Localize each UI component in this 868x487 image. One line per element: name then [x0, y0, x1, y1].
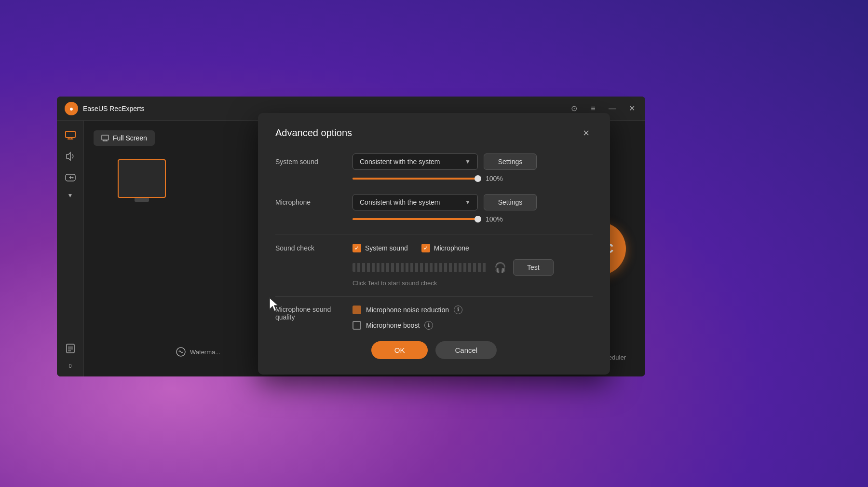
microphone-slider-track — [353, 218, 478, 220]
system-sound-dropdown[interactable]: Consistent with the system ▼ — [353, 153, 478, 170]
section-divider-2 — [275, 296, 593, 297]
system-sound-checkbox-label: System sound — [365, 244, 408, 252]
system-sound-checkbox-icon: ✓ — [353, 244, 361, 252]
microphone-settings-button[interactable]: Settings — [484, 194, 537, 210]
section-divider-1 — [275, 235, 593, 235]
system-sound-settings-button[interactable]: Settings — [484, 153, 537, 170]
test-button[interactable]: Test — [513, 259, 554, 276]
microphone-boost-checkbox-icon — [353, 321, 361, 330]
microphone-dropdown-arrow: ▼ — [465, 199, 471, 206]
system-sound-dropdown-value: Consistent with the system — [360, 158, 440, 166]
noise-reduction-option[interactable]: Microphone noise reduction ℹ — [353, 306, 462, 314]
dialog-overlay: Advanced options ✕ System sound Consiste… — [0, 0, 868, 487]
quality-row: Microphone sound quality Microphone nois… — [275, 306, 593, 330]
microphone-controls: Consistent with the system ▼ Settings — [353, 194, 593, 210]
headphone-icon: 🎧 — [494, 262, 506, 273]
ok-button[interactable]: OK — [371, 341, 428, 359]
microphone-dropdown[interactable]: Consistent with the system ▼ — [353, 194, 478, 210]
dialog-header: Advanced options ✕ — [275, 126, 593, 140]
microphone-boost-label: Microphone boost — [366, 321, 420, 329]
microphone-slider[interactable] — [353, 218, 478, 220]
system-sound-slider-track — [353, 178, 478, 180]
dialog-close-button[interactable]: ✕ — [579, 126, 593, 140]
microphone-boost-info-icon[interactable]: ℹ — [424, 321, 433, 330]
system-sound-controls: Consistent with the system ▼ Settings — [353, 153, 593, 170]
microphone-checkbox-icon: ✓ — [421, 244, 430, 252]
noise-reduction-info-icon[interactable]: ℹ — [454, 306, 462, 314]
sound-hint: Click Test to start sound check — [353, 279, 593, 287]
sound-meter-row: 🎧 Test — [353, 259, 593, 276]
system-sound-slider-fill — [353, 178, 478, 180]
system-sound-row: System sound Consistent with the system … — [275, 153, 593, 170]
microphone-row: Microphone Consistent with the system ▼ … — [275, 194, 593, 210]
microphone-dropdown-value: Consistent with the system — [360, 198, 440, 206]
system-sound-slider[interactable] — [353, 178, 478, 180]
system-sound-checkbox[interactable]: ✓ System sound — [353, 244, 408, 252]
advanced-options-dialog: Advanced options ✕ System sound Consiste… — [258, 113, 610, 375]
dialog-footer: OK Cancel — [275, 341, 593, 359]
microphone-volume-value: 100% — [486, 215, 507, 223]
sound-check-checkbox-group: ✓ System sound ✓ Microphone — [353, 244, 469, 252]
microphone-boost-option[interactable]: Microphone boost ℹ — [353, 321, 462, 330]
system-sound-dropdown-arrow: ▼ — [465, 158, 471, 165]
system-sound-slider-thumb[interactable] — [475, 175, 481, 182]
microphone-checkbox-label: Microphone — [434, 244, 469, 252]
microphone-quality-section: Microphone sound quality Microphone nois… — [275, 306, 593, 330]
sound-check-row: Sound check ✓ System sound ✓ Microphone — [275, 244, 593, 252]
noise-reduction-checkbox-icon — [353, 306, 361, 314]
sound-meter — [353, 263, 488, 272]
sound-check-label: Sound check — [275, 244, 353, 252]
dialog-title: Advanced options — [275, 127, 352, 139]
noise-reduction-label: Microphone noise reduction — [366, 306, 449, 314]
system-sound-volume-value: 100% — [486, 175, 507, 182]
quality-options: Microphone noise reduction ℹ Microphone … — [353, 306, 462, 330]
cancel-button[interactable]: Cancel — [435, 341, 497, 359]
microphone-slider-thumb[interactable] — [475, 216, 481, 223]
quality-label: Microphone sound quality — [275, 306, 353, 321]
microphone-slider-row: 100% — [353, 215, 593, 223]
system-sound-label: System sound — [275, 158, 353, 166]
microphone-label: Microphone — [275, 198, 353, 206]
system-sound-slider-row: 100% — [353, 175, 593, 182]
microphone-slider-fill — [353, 218, 478, 220]
microphone-checkbox[interactable]: ✓ Microphone — [421, 244, 469, 252]
